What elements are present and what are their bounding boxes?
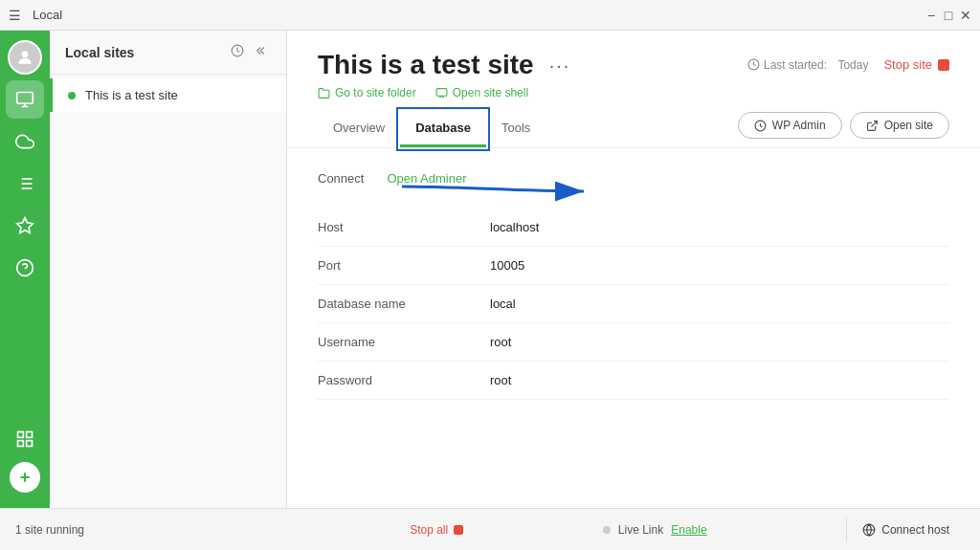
table-row: Port 10005 [318, 247, 949, 285]
sidebar-item-sites[interactable] [6, 80, 44, 119]
site-status-dot [68, 92, 76, 99]
sidebar-item-cloud[interactable] [6, 122, 44, 161]
database-table: Host localhost Port 10005 Database name … [318, 209, 949, 400]
icon-sidebar [0, 31, 50, 508]
table-row: Database name local [318, 285, 949, 323]
titlebar: ☰ Local − □ ✕ [0, 0, 980, 31]
close-button[interactable]: ✕ [959, 9, 972, 22]
open-adminer-link[interactable]: Open Adminer [387, 171, 466, 186]
maximize-button[interactable]: □ [942, 9, 955, 22]
site-list-item-name: This is a test site [85, 88, 178, 102]
sidebar-item-extensions[interactable] [6, 207, 44, 245]
collapse-panel-button[interactable] [254, 42, 271, 62]
stop-all-label: Stop all [410, 523, 448, 537]
tabs-left: Overview Database Tools [318, 111, 546, 147]
field-label: Username [318, 323, 490, 362]
svg-rect-13 [27, 441, 33, 447]
sidebar-avatar-button[interactable] [6, 38, 44, 77]
bottom-bar: 1 site running Stop all Live Link Enable… [0, 508, 980, 550]
field-label: Port [318, 247, 490, 285]
sidebar-top [6, 38, 44, 416]
add-site-button[interactable] [10, 462, 40, 493]
field-value: localhost [490, 209, 949, 247]
tab-database[interactable]: Database [400, 111, 486, 147]
connect-host-label: Connect host [881, 523, 949, 537]
live-link-label: Live Link [618, 523, 663, 537]
main-layout: Local sites This is a test site [0, 31, 980, 508]
wp-admin-label: WP Admin [772, 119, 826, 132]
history-button[interactable] [229, 42, 246, 62]
go-to-site-folder-button[interactable]: Go to site folder [318, 86, 416, 99]
svg-line-20 [871, 121, 877, 126]
last-started-value: Today [837, 58, 868, 72]
avatar [8, 40, 42, 75]
open-site-shell-label: Open site shell [453, 86, 528, 99]
open-site-shell-button[interactable]: Open site shell [435, 86, 528, 99]
live-link-section: Live Link Enable [463, 523, 846, 537]
live-link-status-dot [603, 526, 611, 534]
tabs-right: WP Admin Open site [738, 112, 949, 146]
menu-button[interactable]: ☰ [8, 9, 21, 22]
svg-rect-10 [18, 432, 24, 438]
open-site-button[interactable]: Open site [850, 112, 949, 139]
stop-site-icon [938, 59, 949, 71]
stop-all-button[interactable]: Stop all [410, 523, 463, 537]
field-label: Database name [318, 285, 490, 323]
live-link-enable-button[interactable]: Enable [671, 523, 706, 537]
sites-panel-title: Local sites [65, 45, 229, 60]
sidebar-bottom [6, 420, 44, 500]
db-connect-label: Connect [318, 171, 364, 186]
open-site-label: Open site [884, 119, 933, 132]
sites-panel-header: Local sites [50, 31, 286, 75]
main-content: This is a test site ··· Last started: To… [287, 31, 980, 508]
sites-panel: Local sites This is a test site [50, 31, 287, 508]
site-list-item[interactable]: This is a test site [50, 78, 286, 112]
stop-site-button[interactable]: Stop site [883, 57, 949, 72]
tab-overview[interactable]: Overview [318, 111, 400, 147]
tab-tools[interactable]: Tools [486, 111, 546, 147]
field-value: 10005 [490, 247, 949, 285]
svg-rect-1 [17, 93, 33, 104]
sidebar-item-list[interactable] [6, 165, 44, 203]
svg-rect-12 [18, 441, 24, 447]
tabs: Overview Database Tools WP Admin Open si… [318, 111, 949, 147]
field-label: Password [318, 362, 490, 400]
last-started-label: Last started: [764, 58, 827, 72]
stop-site-label: Stop site [883, 57, 932, 72]
window-controls: − □ ✕ [924, 9, 972, 22]
sites-list: This is a test site [50, 75, 286, 508]
app-name: Local [33, 8, 924, 22]
field-value: root [490, 323, 949, 362]
go-to-site-folder-label: Go to site folder [335, 86, 416, 99]
site-menu-button[interactable]: ··· [549, 55, 571, 77]
table-row: Password root [318, 362, 949, 400]
sidebar-item-help[interactable] [6, 249, 44, 287]
minimize-button[interactable]: − [924, 9, 938, 22]
stop-all-icon [454, 525, 463, 535]
wp-admin-button[interactable]: WP Admin [738, 112, 842, 139]
last-started: Last started: Today [747, 58, 868, 72]
connect-host-button[interactable]: Connect host [846, 517, 965, 542]
field-label: Host [318, 209, 490, 247]
sites-panel-actions [229, 42, 271, 62]
running-count: 1 site running [15, 523, 398, 537]
sidebar-item-grid[interactable] [6, 420, 44, 458]
site-header-links: Go to site folder Open site shell [318, 86, 949, 99]
tab-content-database: Connect Open Adminer Host localhost Port… [287, 148, 980, 508]
field-value: local [490, 285, 949, 323]
svg-rect-18 [436, 88, 447, 96]
table-row: Host localhost [318, 209, 949, 247]
svg-point-0 [22, 51, 29, 57]
db-connect-row: Connect Open Adminer [318, 171, 949, 186]
site-title: This is a test site [318, 50, 534, 80]
field-value: root [490, 362, 949, 400]
table-row: Username root [318, 323, 949, 362]
site-header: This is a test site ··· Last started: To… [287, 31, 980, 148]
svg-rect-11 [27, 432, 33, 438]
content-wrapper: Connect Open Adminer Host localhost Port… [287, 148, 980, 508]
